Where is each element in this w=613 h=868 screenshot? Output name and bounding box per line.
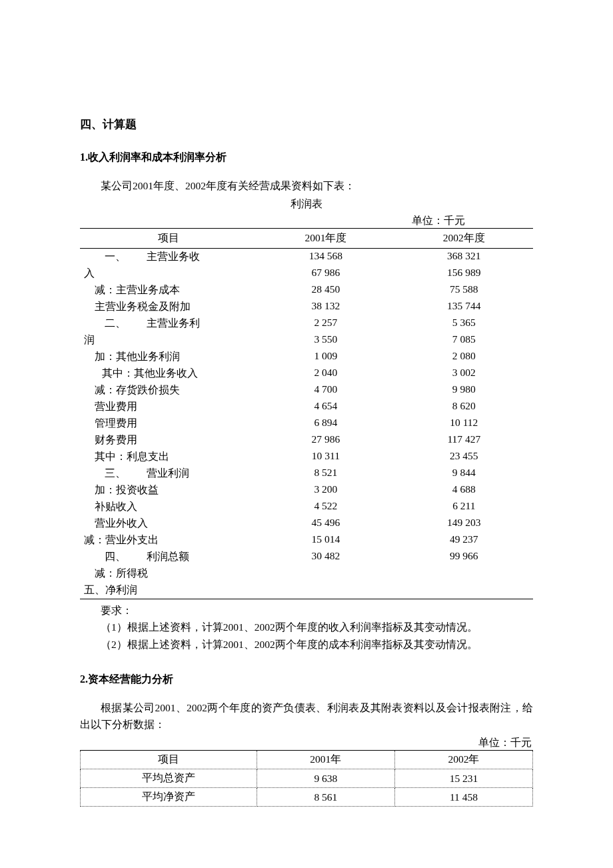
cell-2001: 67 986	[257, 265, 394, 282]
cell-item: 一、 主营业务收	[80, 248, 257, 265]
cell-2002: 11 458	[394, 788, 532, 807]
cell-2001: 1 009	[257, 349, 394, 365]
cell-2001: 9 638	[257, 769, 394, 788]
cell-2002: 10 112	[395, 415, 533, 432]
table-row: 财务费用27 986117 427	[80, 432, 533, 449]
cell-2002: 49 237	[395, 532, 533, 549]
assets-table-body: 平均总资产9 63815 231平均净资产8 56111 458	[81, 769, 533, 807]
q1-intro: 某公司2001年度、2002年度有关经营成果资料如下表：	[80, 178, 533, 195]
cell-2002: 7 085	[395, 332, 533, 349]
cell-2001: 28 450	[257, 282, 394, 299]
table-row: 一、 主营业务收134 568368 321	[80, 248, 533, 265]
cell-2002	[395, 565, 533, 582]
cell-2002: 23 455	[395, 449, 533, 465]
cell-2001	[257, 582, 394, 599]
table-row: 营业费用4 6548 620	[80, 399, 533, 415]
col-header-item: 项目	[81, 751, 257, 769]
cell-2001: 8 561	[257, 788, 394, 807]
cell-2001: 4 522	[257, 499, 394, 515]
col-header-2001: 2001年	[257, 751, 394, 769]
cell-item: 四、 利润总额	[80, 549, 257, 565]
cell-2001: 3 550	[257, 332, 394, 349]
table-row: 平均净资产8 56111 458	[81, 788, 533, 807]
table-header-row: 项目 2001年度 2002年度	[80, 228, 533, 248]
cell-item: 营业费用	[80, 399, 257, 415]
table-row: 五、净利润	[80, 582, 533, 599]
table-row: 减：营业外支出15 01449 237	[80, 532, 533, 549]
cell-item: 三、 营业利润	[80, 465, 257, 482]
cell-2001: 30 482	[257, 549, 394, 565]
q2-title: 2.资本经营能力分析	[80, 673, 533, 687]
cell-item: 其中：利息支出	[80, 449, 257, 465]
cell-item: 减：所得税	[80, 565, 257, 582]
cell-2002	[395, 582, 533, 599]
cell-item: 加：其他业务利润	[80, 349, 257, 365]
cell-item: 其中：其他业务收入	[80, 365, 257, 382]
cell-2002: 117 427	[395, 432, 533, 449]
cell-item: 五、净利润	[80, 582, 257, 599]
cell-2002: 4 688	[395, 482, 533, 499]
cell-2002: 5 365	[395, 315, 533, 332]
cell-2001: 4 700	[257, 382, 394, 399]
cell-item: 减：营业外支出	[80, 532, 257, 549]
cell-item: 营业外收入	[80, 515, 257, 532]
cell-item: 补贴收入	[80, 499, 257, 515]
cell-2001	[257, 565, 394, 582]
col-header-2002: 2002年度	[395, 228, 533, 248]
cell-item: 减：主营业务成本	[80, 282, 257, 299]
cell-item: 润	[80, 332, 257, 349]
table-row: 其中：其他业务收入2 0403 002	[80, 365, 533, 382]
cell-2001: 45 496	[257, 515, 394, 532]
col-header-item: 项目	[80, 228, 257, 248]
cell-2002: 15 231	[394, 769, 532, 788]
cell-2001: 4 654	[257, 399, 394, 415]
col-header-2002: 2002年	[394, 751, 532, 769]
cell-item: 财务费用	[80, 432, 257, 449]
table-row: 管理费用6 89410 112	[80, 415, 533, 432]
table-row: 入67 986156 989	[80, 265, 533, 282]
table-row: 营业外收入45 496149 203	[80, 515, 533, 532]
profit-table-body: 一、 主营业务收134 568368 321入67 986156 989 减：主…	[80, 248, 533, 599]
table-row: 补贴收入4 5226 211	[80, 499, 533, 515]
cell-item: 管理费用	[80, 415, 257, 432]
section-heading: 四、计算题	[80, 117, 533, 132]
q1-requirements: 要求： （1）根据上述资料，计算2001、2002两个年度的收入利润率指标及其变…	[80, 602, 533, 653]
cell-item: 减：存货跌价损失	[80, 382, 257, 399]
req-1: （1）根据上述资料，计算2001、2002两个年度的收入利润率指标及其变动情况。	[80, 619, 533, 636]
cell-2002: 75 588	[395, 282, 533, 299]
table-row: 减：所得税	[80, 565, 533, 582]
cell-2002: 6 211	[395, 499, 533, 515]
cell-2001: 2 040	[257, 365, 394, 382]
table-row: 三、 营业利润8 5219 844	[80, 465, 533, 482]
cell-item: 平均总资产	[81, 769, 257, 788]
cell-2001: 3 200	[257, 482, 394, 499]
col-header-2001: 2001年度	[257, 228, 394, 248]
cell-2002: 99 966	[395, 549, 533, 565]
profit-table-wrap: 项目 2001年度 2002年度 一、 主营业务收134 568368 321入…	[80, 228, 533, 599]
table-row: 二、 主营业务利2 2575 365	[80, 315, 533, 332]
table-row: 其中：利息支出10 31123 455	[80, 449, 533, 465]
cell-item: 入	[80, 265, 257, 282]
cell-2001: 10 311	[257, 449, 394, 465]
table-row: 减：主营业务成本28 45075 588	[80, 282, 533, 299]
table-row: 加：其他业务利润1 0092 080	[80, 349, 533, 365]
cell-2001: 8 521	[257, 465, 394, 482]
table-header-row: 项目 2001年 2002年	[81, 751, 533, 769]
cell-2002: 135 744	[395, 299, 533, 315]
cell-2002: 9 844	[395, 465, 533, 482]
cell-2001: 134 568	[257, 248, 394, 265]
cell-2001: 2 257	[257, 315, 394, 332]
table-row: 润3 5507 085	[80, 332, 533, 349]
cell-item: 二、 主营业务利	[80, 315, 257, 332]
q2-unit: 单位：千元	[80, 736, 532, 750]
cell-2002: 156 989	[395, 265, 533, 282]
cell-item: 平均净资产	[81, 788, 257, 807]
cell-2002: 2 080	[395, 349, 533, 365]
req-label: 要求：	[80, 602, 533, 619]
table-row: 减：存货跌价损失4 7009 980	[80, 382, 533, 399]
table-row: 四、 利润总额30 48299 966	[80, 549, 533, 565]
table-row: 平均总资产9 63815 231	[81, 769, 533, 788]
q1-title: 1.收入利润率和成本利润率分析	[80, 151, 533, 165]
cell-item: 主营业务税金及附加	[80, 299, 257, 315]
cell-2002: 368 321	[395, 248, 533, 265]
